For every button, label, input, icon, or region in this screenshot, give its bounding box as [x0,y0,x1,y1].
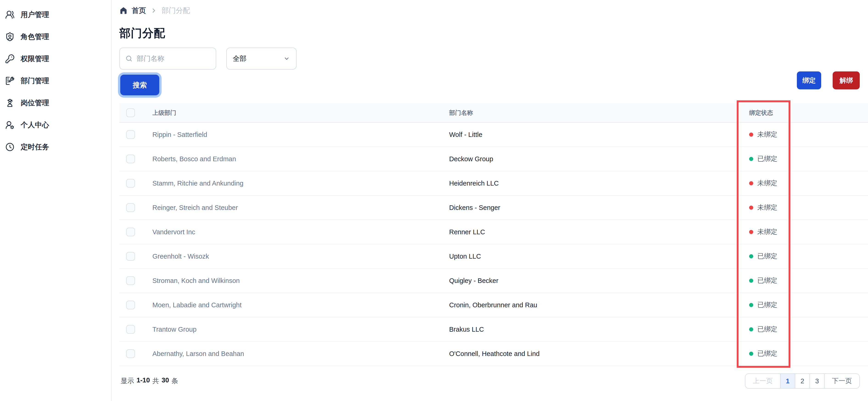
table-row[interactable]: Moen, Labadie and Cartwright Cronin, Obe… [119,293,868,317]
sidebar-item-label: 部门管理 [21,76,49,86]
row-checkbox[interactable] [126,154,135,163]
status-label: 未绑定 [757,130,777,139]
cell-binding-status: 已绑定 [749,154,845,164]
select-all-checkbox[interactable] [126,108,135,117]
sidebar-item-label: 岗位管理 [21,98,49,108]
table-row[interactable]: Reinger, Streich and Steuber Dickens - S… [119,196,868,220]
status-filter-select[interactable]: 全部 [226,48,297,69]
pagination-next-button[interactable]: 下一页 [824,374,859,388]
cell-parent-department: Vandervort Inc [152,228,449,236]
department-name-input[interactable] [137,55,210,62]
cell-department-name: Wolf - Little [449,131,749,139]
actions-row: 搜索 绑定 解绑 [119,71,860,96]
sidebar-item-scheduled-tasks[interactable]: 定时任务 [0,136,111,158]
status-label: 已绑定 [757,349,777,358]
row-checkbox[interactable] [126,276,135,285]
sidebar-item-department-management[interactable]: 部门管理 [0,70,111,92]
graduate-user-icon [5,98,15,108]
table-row[interactable]: Trantow Group Brakus LLC 已绑定 [119,317,868,342]
summary-prefix: 显示 [121,376,134,385]
status-dot [749,303,753,307]
table-row[interactable]: Rippin - Satterfield Wolf - Little 未绑定 [119,123,868,147]
sidebar-item-label: 角色管理 [21,32,49,41]
breadcrumb-home-link[interactable]: 首页 [119,6,146,16]
sidebar-item-permission-management[interactable]: 权限管理 [0,48,111,70]
cell-binding-status: 已绑定 [749,300,845,310]
row-checkbox[interactable] [126,228,135,236]
table-row[interactable]: Vandervort Inc Renner LLC 未绑定 [119,220,868,245]
sidebar-item-label: 用户管理 [21,10,49,20]
cell-parent-department: Moen, Labadie and Cartwright [152,301,449,309]
breadcrumb-home-label: 首页 [132,6,146,16]
status-label: 已绑定 [757,276,777,285]
cell-binding-status: 未绑定 [749,130,845,139]
bind-button[interactable]: 绑定 [797,71,821,89]
table-row[interactable]: Roberts, Bosco and Erdman Deckow Group 已… [119,147,868,171]
header-department-name: 部门名称 [449,109,749,117]
status-label: 未绑定 [757,227,777,236]
status-dot [749,327,753,332]
cell-parent-department: Stroman, Koch and Wilkinson [152,277,449,285]
table-row[interactable]: Stroman, Koch and Wilkinson Quigley - Be… [119,269,868,293]
sidebar-item-personal-center[interactable]: 个人中心 [0,114,111,136]
status-label: 已绑定 [757,252,777,261]
status-label: 未绑定 [757,179,777,188]
cell-parent-department: Abernathy, Larson and Beahan [152,350,449,357]
status-label: 已绑定 [757,325,777,334]
status-dot [749,133,753,137]
cell-binding-status: 已绑定 [749,325,845,334]
row-checkbox[interactable] [126,130,135,139]
key-icon [5,54,15,64]
sidebar: 用户管理 角色管理 权限管理 部门管理 岗位管理 [0,0,112,401]
sidebar-item-position-management[interactable]: 岗位管理 [0,92,111,114]
cell-department-name: Brakus LLC [449,326,749,333]
row-checkbox[interactable] [126,300,135,309]
table-body: Rippin - Satterfield Wolf - Little 未绑定 R… [119,123,868,366]
row-checkbox[interactable] [126,203,135,212]
chevron-down-icon [283,55,290,62]
cell-binding-status: 已绑定 [749,349,845,358]
department-assignment-page: 用户管理 角色管理 权限管理 部门管理 岗位管理 [0,0,868,401]
status-dot [749,181,753,185]
pagination-page-1[interactable]: 1 [780,374,795,388]
row-checkbox[interactable] [126,349,135,358]
pagination: 上一页 1 2 3 下一页 [745,373,860,389]
row-checkbox[interactable] [126,179,135,188]
cell-binding-status: 已绑定 [749,252,845,261]
departments-table: 上级部门 部门名称 绑定状态 Rippin - Satterfield Wolf… [119,103,868,366]
status-dot [749,230,753,234]
cell-department-name: Upton LLC [449,253,749,260]
unbind-button[interactable]: 解绑 [833,71,860,89]
pagination-page-2[interactable]: 2 [795,374,809,388]
search-icon [125,55,133,62]
shield-user-icon [5,32,15,41]
sidebar-item-label: 定时任务 [21,142,49,152]
sidebar-item-label: 个人中心 [21,120,49,130]
table-row[interactable]: Stamm, Ritchie and Ankunding Heidenreich… [119,171,868,196]
cell-parent-department: Trantow Group [152,326,449,333]
search-button[interactable]: 搜索 [120,75,159,95]
sidebar-item-user-management[interactable]: 用户管理 [0,4,111,26]
summary-unit: 条 [172,376,178,385]
clock-icon [5,142,15,152]
cell-binding-status: 未绑定 [749,179,845,188]
cell-parent-department: Greenholt - Wisozk [152,253,449,260]
summary-total: 30 [162,376,169,385]
table-row[interactable]: Abernathy, Larson and Beahan O'Connell, … [119,342,868,366]
pagination-page-3[interactable]: 3 [809,374,824,388]
row-checkbox[interactable] [126,252,135,261]
status-dot [749,352,753,356]
user-gear-icon [5,120,15,130]
status-label: 未绑定 [757,203,777,212]
table-row[interactable]: Greenholt - Wisozk Upton LLC 已绑定 [119,245,868,269]
cell-parent-department: Roberts, Bosco and Erdman [152,155,449,163]
pagination-prev-button[interactable]: 上一页 [745,374,780,388]
status-label: 已绑定 [757,154,777,164]
users-icon [5,10,15,20]
table-footer: 显示 1-10 共 30 条 上一页 1 2 3 下一页 [119,373,860,389]
row-checkbox[interactable] [126,325,135,334]
cell-department-name: O'Connell, Heathcote and Lind [449,350,749,357]
cell-department-name: Dickens - Senger [449,204,749,211]
sidebar-item-role-management[interactable]: 角色管理 [0,26,111,48]
cell-department-name: Cronin, Oberbrunner and Rau [449,301,749,309]
